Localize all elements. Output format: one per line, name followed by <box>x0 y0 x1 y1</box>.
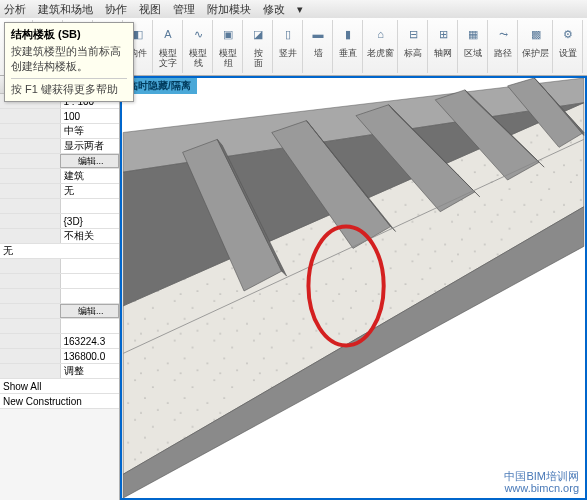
3d-viewport[interactable]: 临时隐藏/隔离 <box>120 76 587 500</box>
模型文字-icon: A <box>157 20 179 48</box>
property-key <box>0 154 60 168</box>
property-value[interactable]: New Construction <box>0 394 119 408</box>
老虎窗-icon: ⌂ <box>370 20 392 48</box>
property-value[interactable]: 无 <box>60 184 120 198</box>
property-value[interactable]: 不相关 <box>60 229 120 243</box>
menu-item[interactable]: 修改 <box>263 2 285 17</box>
property-key <box>0 214 60 228</box>
property-value[interactable]: {3D} <box>60 214 120 228</box>
property-row: 中等 <box>0 124 119 139</box>
tooltip: 结构楼板 (SB) 按建筑楼型的当前标高创建结构楼板。 按 F1 键获得更多帮助 <box>4 22 134 102</box>
墙-icon: ▬ <box>307 20 329 48</box>
edit-button[interactable]: 编辑... <box>60 154 120 168</box>
property-key <box>0 184 60 198</box>
保护层-icon: ▩ <box>525 20 547 48</box>
property-row: 显示两者 <box>0 139 119 154</box>
ribbon-button[interactable]: ◪按面 <box>244 20 273 73</box>
ribbon-label: 模型文字 <box>159 48 177 68</box>
ribbon-button[interactable]: ▦区域 <box>459 20 488 73</box>
property-row <box>0 289 119 304</box>
ribbon-label: 墙 <box>314 48 323 58</box>
property-value[interactable]: 100 <box>60 109 120 123</box>
property-key <box>0 259 60 273</box>
ribbon-button[interactable]: ⌂老虎窗 <box>364 20 398 73</box>
模型组-icon: ▣ <box>217 20 239 48</box>
ribbon-label: 模型组 <box>219 48 237 68</box>
properties-list: 1 : 100100中等显示两者编辑...建筑无{3D}不相关无编辑...163… <box>0 94 119 500</box>
3d-model <box>122 78 585 498</box>
ribbon-button[interactable]: ⊞轴网 <box>429 20 458 73</box>
menu-bar: 分析 建筑和场地 协作 视图 管理 附加模块 修改 ▾ <box>0 0 587 18</box>
property-row[interactable]: 编辑... <box>0 154 119 169</box>
property-key <box>0 289 60 303</box>
property-row: 100 <box>0 109 119 124</box>
ribbon-label: 竖井 <box>279 48 297 58</box>
property-key <box>0 304 60 318</box>
property-row[interactable]: 编辑... <box>0 304 119 319</box>
menu-item[interactable]: 分析 <box>4 2 26 17</box>
property-key <box>0 199 60 213</box>
property-value[interactable]: Show All <box>0 379 119 393</box>
property-key <box>0 319 60 333</box>
menu-item[interactable]: 协作 <box>105 2 127 17</box>
menu-item[interactable]: 附加模块 <box>207 2 251 17</box>
menu-dropdown-icon[interactable]: ▾ <box>297 3 303 16</box>
ribbon-button[interactable]: ⤳路径 <box>489 20 518 73</box>
property-row: 不相关 <box>0 229 119 244</box>
property-row <box>0 259 119 274</box>
轴网-icon: ⊞ <box>432 20 454 48</box>
property-key <box>0 139 60 153</box>
property-value[interactable]: 调整 <box>60 364 120 378</box>
标高-icon: ⊟ <box>402 20 424 48</box>
ribbon-button[interactable]: ▣模型组 <box>214 20 243 73</box>
property-value[interactable]: 中等 <box>60 124 120 138</box>
property-value[interactable] <box>60 199 120 213</box>
property-value[interactable] <box>60 319 120 333</box>
property-value[interactable] <box>60 259 120 273</box>
property-row: 建筑 <box>0 169 119 184</box>
区域-icon: ▦ <box>462 20 484 48</box>
property-row: 无 <box>0 184 119 199</box>
ribbon-button[interactable]: A模型文字 <box>154 20 183 73</box>
ribbon-button[interactable]: ▬墙 <box>304 20 333 73</box>
menu-item[interactable]: 视图 <box>139 2 161 17</box>
ribbon-label: 模型线 <box>189 48 207 68</box>
ribbon-label: 设置 <box>559 48 577 58</box>
property-key <box>0 109 60 123</box>
垂直-icon: ▮ <box>337 20 359 48</box>
ribbon-button[interactable]: ▮垂直 <box>334 20 363 73</box>
ribbon-button[interactable]: ∿模型线 <box>184 20 213 73</box>
property-value[interactable] <box>60 274 120 288</box>
tooltip-help: 按 F1 键获得更多帮助 <box>11 78 127 97</box>
ribbon-label: 路径 <box>494 48 512 58</box>
ribbon-button[interactable]: ⚙设置 <box>554 20 583 73</box>
property-value[interactable]: 163224.3 <box>60 334 120 348</box>
property-value[interactable]: 建筑 <box>60 169 120 183</box>
property-value[interactable]: 显示两者 <box>60 139 120 153</box>
menu-item[interactable]: 建筑和场地 <box>38 2 93 17</box>
property-row <box>0 319 119 334</box>
ribbon-label: 垂直 <box>339 48 357 58</box>
ribbon-label: 轴网 <box>434 48 452 58</box>
设置-icon: ⚙ <box>557 20 579 48</box>
按面-icon: ◪ <box>247 20 269 48</box>
ribbon-button[interactable]: ▯竖井 <box>274 20 303 73</box>
ribbon-button[interactable]: ▩保护层 <box>519 20 553 73</box>
property-key <box>0 364 60 378</box>
menu-item[interactable]: 管理 <box>173 2 195 17</box>
property-row: 136800.0 <box>0 349 119 364</box>
property-row: Show All <box>0 379 119 394</box>
property-key <box>0 274 60 288</box>
property-value[interactable]: 无 <box>0 244 119 258</box>
property-key <box>0 229 60 243</box>
property-row: 调整 <box>0 364 119 379</box>
property-value[interactable]: 136800.0 <box>60 349 120 363</box>
tooltip-description: 按建筑楼型的当前标高创建结构楼板。 <box>11 44 127 74</box>
property-value[interactable] <box>60 289 120 303</box>
edit-button[interactable]: 编辑... <box>60 304 120 318</box>
property-key <box>0 349 60 363</box>
ribbon-label: 老虎窗 <box>367 48 394 58</box>
ribbon-button[interactable]: ⊟标高 <box>399 20 428 73</box>
property-key <box>0 124 60 138</box>
property-key <box>0 334 60 348</box>
